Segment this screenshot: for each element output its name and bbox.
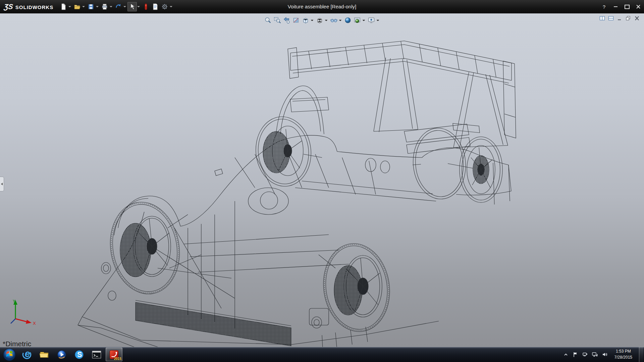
maximize-button[interactable] — [621, 0, 633, 13]
section-view-button[interactable] — [292, 16, 301, 25]
taskbar-media-player[interactable] — [53, 348, 70, 361]
undo-button[interactable] — [114, 2, 123, 11]
select-button[interactable] — [127, 2, 137, 11]
options-dropdown-caret[interactable] — [170, 6, 172, 7]
minimize-button[interactable] — [610, 0, 621, 13]
close-button[interactable] — [633, 0, 644, 13]
display-style-icon — [316, 16, 324, 24]
action-center-button[interactable] — [573, 352, 579, 358]
close-icon — [636, 5, 640, 9]
new-dropdown-caret[interactable] — [68, 6, 71, 7]
taskbar-solidworks-2015[interactable]: 2015 — [106, 348, 122, 361]
file-properties-button[interactable] — [151, 2, 160, 11]
ie-e-glyph: e — [25, 349, 30, 359]
window-controls: ? — [598, 0, 644, 13]
options-button[interactable] — [160, 2, 169, 11]
open-button[interactable] — [72, 2, 82, 11]
windows-taskbar: e S — [0, 347, 644, 362]
system-tray: 1:53 PM 7/28/2015 — [563, 347, 644, 362]
previous-view-icon — [283, 16, 291, 24]
flag-icon — [573, 352, 578, 357]
apply-scene-button[interactable] — [353, 16, 362, 25]
media-player-icon — [56, 349, 67, 360]
console-window-icon — [91, 349, 102, 360]
task-pane-collapse-tab[interactable] — [0, 177, 4, 191]
taskbar-windows-explorer[interactable] — [36, 348, 53, 361]
volume-button[interactable] — [602, 352, 608, 358]
solidworks-version-badge: 2015 — [114, 357, 121, 361]
print-dropdown-caret[interactable] — [110, 6, 112, 7]
internet-explorer-icon: e — [21, 349, 33, 360]
windows-start-icon — [3, 348, 16, 361]
save-dropdown-caret[interactable] — [96, 6, 99, 7]
appearance-ball-icon — [344, 16, 352, 24]
display-style-caret[interactable] — [325, 20, 328, 21]
solidworks-window: ƷS SOLIDWORKS — [0, 0, 644, 362]
view-settings-caret[interactable] — [377, 20, 379, 21]
dassault-3ds-icon: ƷS — [4, 3, 13, 11]
apply-scene-caret[interactable] — [363, 20, 365, 21]
save-icon — [87, 3, 95, 10]
open-dropdown-caret[interactable] — [82, 6, 85, 7]
document-window-controls — [599, 15, 640, 21]
start-button[interactable] — [2, 347, 17, 362]
hide-show-glasses-icon — [330, 16, 338, 24]
undo-icon — [115, 3, 122, 10]
view-settings-icon — [368, 16, 375, 24]
taskbar-clock[interactable]: 1:53 PM 7/28/2015 — [611, 349, 635, 360]
view-orientation-button[interactable] — [301, 16, 310, 25]
chevron-up-icon — [564, 352, 568, 357]
speaker-icon — [602, 352, 607, 357]
solidworks-logo: ƷS SOLIDWORKS — [0, 3, 59, 11]
doc-minimize-button[interactable] — [616, 15, 623, 21]
hide-show-caret[interactable] — [339, 20, 342, 21]
new-document-button[interactable] — [59, 2, 68, 11]
print-button[interactable] — [100, 2, 109, 11]
zoom-to-fit-icon — [264, 16, 272, 24]
network-status-button[interactable] — [592, 352, 598, 358]
view-orientation-cube-icon — [302, 16, 310, 24]
doc-restore-button[interactable] — [625, 15, 631, 21]
edit-appearance-button[interactable] — [343, 16, 353, 25]
clock-date: 7/28/2015 — [614, 355, 632, 360]
zoom-to-fit-button[interactable] — [264, 16, 273, 25]
doc-close-button[interactable] — [634, 15, 640, 21]
usb-device-icon — [582, 352, 588, 357]
removable-device-button[interactable] — [582, 352, 588, 358]
taskbar-console[interactable] — [88, 348, 105, 361]
select-dropdown-caret[interactable] — [137, 6, 140, 7]
view-settings-button[interactable] — [367, 16, 376, 25]
help-button[interactable]: ? — [598, 0, 610, 13]
open-folder-icon — [73, 3, 81, 10]
split-pane-horizontal-button[interactable] — [608, 15, 614, 21]
section-view-icon — [292, 16, 300, 24]
taskbar-internet-explorer[interactable]: e — [18, 348, 35, 361]
zoom-to-area-button[interactable] — [273, 16, 282, 25]
undo-dropdown-caret[interactable] — [123, 6, 126, 7]
options-gear-icon — [161, 3, 168, 10]
graphics-area[interactable]: Y X *Dimetric — [0, 13, 644, 347]
rebuild-traffic-light-icon — [142, 3, 150, 10]
view-orientation-caret[interactable] — [311, 20, 314, 21]
clock-time: 1:53 PM — [614, 349, 632, 354]
title-bar: ƷS SOLIDWORKS — [0, 0, 644, 13]
quick-access-toolbar — [59, 2, 174, 11]
taskbar-skype[interactable]: S — [71, 348, 88, 361]
doc-restore-icon — [626, 16, 631, 21]
split-pane-vertical-button[interactable] — [599, 15, 605, 21]
doc-minimize-icon — [617, 16, 622, 21]
brand-name: SOLIDWORKS — [15, 4, 53, 10]
zoom-to-area-icon — [274, 16, 281, 24]
network-icon — [592, 352, 598, 357]
doc-close-icon — [634, 16, 640, 21]
show-desktop-button[interactable] — [639, 347, 643, 362]
tray-chevron-button[interactable] — [563, 352, 569, 358]
rebuild-button[interactable] — [141, 2, 151, 11]
display-style-button[interactable] — [315, 16, 324, 25]
wireframe-car-model[interactable] — [0, 13, 644, 347]
file-properties-icon — [152, 3, 159, 10]
save-button[interactable] — [86, 2, 96, 11]
skype-s-glyph: S — [77, 351, 82, 359]
hide-show-items-button[interactable] — [329, 16, 338, 25]
previous-view-button[interactable] — [282, 16, 291, 25]
